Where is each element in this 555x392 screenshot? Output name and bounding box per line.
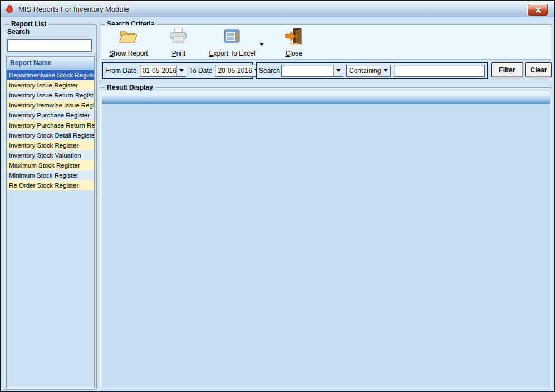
search-field-select[interactable]	[281, 65, 343, 77]
background-window-notch	[11, 1, 32, 3]
to-date-select[interactable]: 20-05-2016	[215, 65, 262, 77]
app-window: MIS Reports For Inventory Module Report …	[0, 0, 555, 392]
list-item[interactable]: Inventory Stock Detail Register	[7, 130, 94, 140]
report-list-column-header: Report Name	[7, 57, 94, 70]
export-options-dropdown[interactable]	[258, 40, 266, 48]
search-text-input[interactable]	[394, 65, 485, 77]
from-date-value: 01-05-2016	[140, 65, 176, 76]
result-grid-header	[102, 91, 550, 104]
list-item[interactable]: Inventory Stock Valuation	[7, 150, 94, 160]
from-date-label: From Date	[105, 67, 137, 75]
report-listbox[interactable]: Report Name Departmentwise Stock Registe…	[6, 56, 95, 388]
list-item[interactable]: Inventory Stock Register	[7, 140, 94, 150]
result-grid-body	[102, 104, 550, 387]
date-range-panel: From Date 01-05-2016 To Date 20-05-2016	[102, 62, 253, 79]
print-button[interactable]: Print	[163, 27, 195, 57]
list-item[interactable]: Inventory Itemwise Issue Regis	[7, 100, 94, 110]
chevron-down-icon[interactable]	[381, 65, 390, 76]
result-display-group-label: Result Display	[105, 83, 155, 92]
search-field-value	[282, 65, 333, 76]
title-bar[interactable]: MIS Reports For Inventory Module	[1, 1, 554, 18]
list-item[interactable]: Maximum Stock Register	[7, 160, 94, 170]
app-icon	[4, 4, 14, 14]
close-label: Close	[286, 50, 303, 57]
search-criteria-group: Search Criteria Show Report	[100, 24, 552, 82]
report-search-label: Search	[7, 28, 30, 36]
match-type-select[interactable]: Containing	[346, 65, 391, 77]
window-close-button[interactable]	[528, 4, 548, 16]
chevron-down-icon[interactable]	[176, 65, 186, 76]
close-button[interactable]: Close	[278, 27, 310, 57]
chevron-down-icon[interactable]	[333, 65, 343, 76]
show-report-label: Show Report	[109, 50, 148, 57]
result-display-group: Result Display	[100, 87, 552, 389]
list-item[interactable]: Inventory Issue Register	[7, 80, 94, 90]
client-area: Report List Search Report Name Departmen…	[1, 17, 554, 391]
to-date-label: To Date	[189, 67, 212, 75]
report-search-input[interactable]	[7, 39, 92, 52]
excel-export-icon	[224, 27, 240, 46]
list-item[interactable]: Inventory Purchase Register	[7, 110, 94, 120]
from-date-select[interactable]: 01-05-2016	[140, 65, 186, 77]
report-list-group-label: Report List	[9, 19, 48, 28]
open-folder-icon	[119, 27, 139, 46]
exit-door-icon	[284, 27, 303, 46]
list-item[interactable]: Minimum Stock Register	[7, 170, 94, 180]
window-title: MIS Reports For Inventory Module	[18, 5, 129, 13]
list-item[interactable]: Inventory Purchase Return Reg	[7, 120, 94, 130]
search-filter-panel: Search Containing	[256, 62, 488, 79]
print-label: Print	[172, 50, 186, 57]
report-list-group: Report List Search Report Name Departmen…	[4, 24, 97, 390]
list-item[interactable]: Inventory Issue Return Registe	[7, 90, 94, 100]
search-filter-label: Search	[259, 67, 280, 75]
clear-button[interactable]: Clear	[525, 62, 552, 77]
list-item[interactable]: Re Order Stock Register	[7, 180, 94, 190]
printer-icon	[169, 27, 189, 46]
export-to-excel-label: Export To Excel	[209, 50, 255, 57]
export-to-excel-button[interactable]: Export To Excel	[205, 27, 259, 57]
to-date-value: 20-05-2016	[215, 65, 252, 76]
filter-button[interactable]: Filter	[491, 62, 523, 77]
close-icon	[535, 7, 541, 13]
show-report-button[interactable]: Show Report	[104, 27, 153, 57]
chevron-down-icon	[259, 43, 264, 46]
list-item[interactable]: Departmentwise Stock Registe	[7, 70, 94, 80]
match-type-value: Containing	[347, 65, 381, 76]
